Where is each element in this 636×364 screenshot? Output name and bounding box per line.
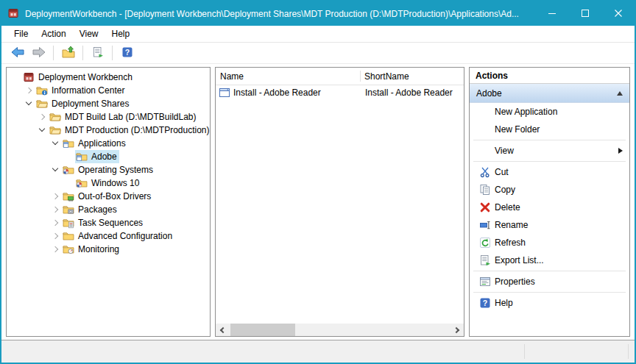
export-list-button[interactable] — [88, 44, 107, 62]
tree-item[interactable]: Monitoring — [7, 243, 210, 256]
rename-icon — [478, 219, 492, 231]
expander-icon[interactable] — [49, 204, 62, 215]
action-item[interactable]: View — [470, 142, 629, 160]
action-item-label: New Folder — [495, 124, 629, 135]
scroll-left-button[interactable] — [216, 324, 228, 336]
tree-item[interactable]: Windows 10 — [7, 176, 210, 190]
tree-item[interactable]: Information Center — [7, 84, 210, 97]
action-separator — [473, 271, 626, 271]
forward-button[interactable] — [29, 44, 49, 62]
menu-action[interactable]: Action — [35, 26, 72, 41]
column-header-shortname[interactable]: ShortName — [360, 68, 464, 85]
tree-item-label: Information Center — [52, 85, 124, 96]
expander-icon[interactable] — [36, 111, 49, 123]
tree-item-label: Applications — [78, 138, 126, 149]
folder-os-icon — [63, 164, 75, 176]
action-separator — [473, 161, 626, 162]
expander-icon[interactable] — [23, 85, 35, 96]
tree-item[interactable]: Packages — [7, 203, 210, 216]
results-list-pane: Name ShortName Install - Adobe ReaderIns… — [215, 67, 464, 337]
menu-help[interactable]: Help — [105, 26, 137, 41]
expander-icon[interactable] — [49, 164, 62, 176]
tree-item[interactable]: MDT Production (D:\MDTProduction) — [7, 124, 210, 137]
action-item[interactable]: ?Help — [470, 294, 629, 312]
toolbar-separator — [112, 46, 113, 60]
chevron-left-icon — [220, 326, 226, 332]
help-icon: ? — [478, 297, 492, 309]
up-folder-button[interactable] — [58, 44, 78, 62]
menu-bar: FileActionViewHelp — [1, 26, 635, 43]
expander-icon[interactable] — [10, 71, 22, 83]
expander-icon[interactable] — [49, 243, 62, 255]
expander-icon[interactable] — [49, 190, 62, 202]
action-item-label: Cut — [495, 167, 629, 177]
tree-item[interactable]: Operating Systems — [7, 163, 210, 176]
collapse-arrow-icon[interactable] — [617, 91, 623, 96]
tree-item[interactable]: Adobe — [7, 150, 210, 163]
menu-view[interactable]: View — [73, 26, 105, 41]
copy-icon — [478, 184, 492, 196]
expander-icon[interactable] — [49, 138, 62, 149]
tree-item[interactable]: Advanced Configuration — [7, 229, 210, 243]
status-bar-divider — [524, 344, 525, 359]
up-folder-icon — [61, 45, 76, 62]
tree-item-label: Task Sequences — [78, 218, 143, 228]
action-item[interactable]: New Folder — [470, 121, 629, 138]
tree-item-label: Packages — [78, 204, 117, 215]
actions-group-header[interactable]: Adobe — [470, 84, 629, 103]
item-shortname: Install - Adobe Reader — [360, 88, 464, 98]
action-item-label: Delete — [495, 202, 629, 213]
scroll-right-button[interactable] — [451, 324, 464, 336]
workbench-icon — [23, 71, 35, 83]
action-item[interactable]: Refresh — [470, 234, 629, 251]
no-icon — [478, 145, 492, 157]
console-tree-pane: Deployment WorkbenchInformation CenterDe… — [6, 67, 211, 337]
action-item-label: New Application — [495, 107, 629, 117]
main-content: Deployment WorkbenchInformation CenterDe… — [1, 64, 635, 340]
action-item[interactable]: Delete — [470, 199, 629, 216]
close-icon — [615, 9, 622, 19]
action-item[interactable]: Export List... — [470, 251, 629, 269]
expander-icon[interactable] — [36, 124, 49, 136]
action-item[interactable]: Copy — [470, 181, 629, 199]
folder-app-icon — [63, 138, 75, 149]
cut-icon — [478, 166, 492, 178]
minimize-button[interactable] — [535, 1, 568, 26]
expander-icon[interactable] — [23, 98, 35, 110]
svg-text:?: ? — [483, 299, 487, 307]
delete-icon — [478, 201, 492, 213]
back-button[interactable] — [7, 44, 27, 62]
expander-icon[interactable] — [63, 177, 75, 189]
tree-item[interactable]: Deployment Workbench — [7, 71, 210, 84]
tree-item[interactable]: Applications — [7, 137, 210, 150]
action-item[interactable]: New Application — [470, 103, 629, 121]
action-item[interactable]: Cut — [470, 163, 629, 181]
tree-item-label: Operating Systems — [78, 165, 153, 175]
tree-item-label: MDT Production (D:\MDTProduction) — [65, 125, 210, 135]
close-button[interactable] — [601, 1, 635, 26]
tree-item[interactable]: MDT Build Lab (D:\MDTBuildLab) — [7, 110, 210, 124]
horizontal-scrollbar[interactable] — [216, 324, 464, 336]
expander-icon[interactable] — [49, 217, 62, 229]
menu-file[interactable]: File — [7, 26, 35, 41]
column-header-name[interactable]: Name — [216, 68, 360, 85]
help-button[interactable]: ? — [117, 44, 137, 62]
action-item-label: Help — [495, 298, 629, 308]
tree-item-label: Advanced Configuration — [78, 231, 172, 241]
action-item-label: Properties — [495, 276, 629, 287]
action-item[interactable]: Properties — [470, 273, 629, 290]
maximize-button[interactable] — [568, 1, 601, 26]
expander-icon[interactable] — [49, 230, 62, 242]
scrollbar-thumb[interactable] — [230, 324, 295, 336]
folder-task-icon — [63, 217, 75, 229]
expander-icon[interactable] — [63, 151, 75, 163]
tree-item[interactable]: Deployment Shares — [7, 97, 210, 110]
refresh-icon — [478, 237, 492, 249]
export-list-icon — [92, 46, 104, 60]
list-row[interactable]: Install - Adobe ReaderInstall - Adobe Re… — [216, 85, 464, 100]
tree-item[interactable]: Task Sequences — [7, 216, 210, 229]
action-item[interactable]: Rename — [470, 216, 629, 234]
actions-pane-title: Actions — [470, 68, 629, 84]
tree-item[interactable]: Out-of-Box Drivers — [7, 190, 210, 203]
scrollbar-track[interactable] — [228, 324, 451, 336]
